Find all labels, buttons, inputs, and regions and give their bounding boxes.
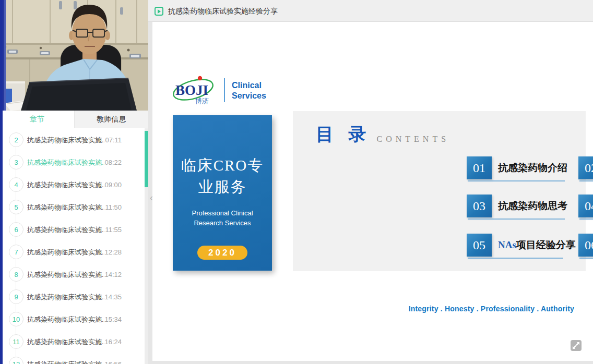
chapter-list-item[interactable]: 6 抗感染药物临床试验实施... 11:55 (0, 219, 145, 241)
chapter-title: 抗感染药物临床试验实施... (27, 241, 104, 263)
chapter-title: 抗感染药物临床试验实施... (27, 129, 104, 151)
cover-card-year-badge: 2020 (197, 246, 247, 260)
chapter-title: 抗感染药物临床试验实施... (27, 308, 104, 331)
cover-card-subtitle: Professional Clinical Research Services (173, 208, 272, 228)
toc-num: 05 (467, 234, 492, 257)
sidebar: 章节 教师信息 2 抗感染药物临床试验实施... 07:11 3 抗感染药物临床… (0, 0, 148, 364)
toc-underline (468, 180, 565, 181)
chapter-timestamp: 14:12 (104, 263, 122, 286)
chapter-timestamp: 14:35 (104, 286, 122, 308)
chapter-timestamp: 11:50 (105, 196, 122, 219)
toc-item-01: 01 抗感染药物介绍 (467, 156, 593, 181)
chapter-number-badge: 7 (9, 245, 23, 259)
chapter-title: 抗感染药物临床试验实施... (27, 196, 104, 219)
toc-num: 03 (467, 195, 492, 217)
boji-logo: BOJI 博济 Clinical Services (171, 74, 307, 106)
page-left-edge (0, 0, 3, 364)
chapter-number-badge: 6 (9, 222, 23, 237)
chapter-list: 2 抗感染药物临床试验实施... 07:11 3 抗感染药物临床试验实施... … (0, 129, 145, 364)
slide-viewer: BOJI 博济 Clinical Services 临床CRO专 业服务 Pro… (152, 22, 593, 361)
chapter-number-badge: 4 (9, 177, 23, 192)
logo-brand-text: BOJI (175, 82, 208, 98)
chapter-number-badge: 9 (9, 289, 23, 304)
chapter-timestamp: 07:11 (105, 129, 122, 151)
chapter-list-item[interactable]: 3 抗感染药物临床试验实施... 08:22 (0, 151, 145, 174)
teacher-video-frame (0, 0, 148, 111)
chapter-timestamp: 11:55 (105, 219, 122, 241)
toc-underline (579, 180, 593, 181)
chapter-number-badge: 2 (9, 132, 23, 147)
toc-text: NAs项目经验分享 (498, 238, 576, 252)
chapter-number-badge: 5 (9, 200, 23, 214)
topbar: 抗感染药物临床试验实施经验分享 (148, 0, 593, 22)
logo-red-dot (198, 76, 202, 80)
chapter-title: 抗感染药物临床试验实施... (27, 353, 104, 364)
toc-num: 02 (578, 156, 593, 179)
toc-underline (579, 219, 593, 220)
toc-underline (579, 258, 593, 259)
logo-service-line2: Services (232, 91, 266, 100)
chapter-title: 抗感染药物临床试验实施... (27, 331, 104, 353)
chapter-number-badge: 10 (9, 312, 23, 326)
chapter-title: 抗感染药物临床试验实施... (27, 263, 104, 286)
teacher-video[interactable] (0, 0, 148, 111)
chapter-timestamp: 08:22 (104, 151, 122, 174)
expand-icon (571, 340, 582, 351)
contents-title-en: CONTENTS (377, 135, 450, 144)
chapter-timestamp: 15:34 (104, 308, 122, 331)
toc-item-03: 03 抗感染药物思考 (467, 195, 593, 220)
play-icon (155, 7, 163, 16)
chapter-title: 抗感染药物临床试验实施... (27, 174, 104, 196)
toc-num: 06 (578, 234, 593, 257)
chapter-list-item[interactable]: 2 抗感染药物临床试验实施... 07:11 (0, 129, 145, 151)
toc-underline (468, 258, 563, 259)
chapter-title: 抗感染药物临床试验实施... (27, 219, 104, 241)
chapter-timestamp: 16:56 (104, 353, 122, 364)
toc-text: 抗感染药物介绍 (498, 161, 567, 175)
tab-teacher-info[interactable]: 教师信息 (74, 111, 149, 128)
toc-item-06: 06 Q&A（互动交流） (578, 234, 593, 259)
chapter-list-item[interactable]: 5 抗感染药物临床试验实施... 11:50 (0, 196, 145, 219)
chapter-number-badge: 12 (9, 357, 23, 364)
chapter-title: 抗感染药物临床试验实施... (27, 151, 104, 174)
app-window: 章节 教师信息 2 抗感染药物临床试验实施... 07:11 3 抗感染药物临床… (0, 0, 593, 364)
chapter-timestamp: 09:00 (104, 174, 122, 196)
lesson-title: 抗感染药物临床试验实施经验分享 (168, 0, 278, 22)
cover-card-title: 临床CRO专 业服务 (173, 155, 272, 198)
collapse-sidebar-chevron-icon[interactable]: ‹ (148, 192, 155, 203)
chapter-list-item[interactable]: 8 抗感染药物临床试验实施... 14:12 (0, 263, 145, 286)
chapter-list-item[interactable]: 9 抗感染药物临床试验实施... 14:35 (0, 286, 145, 308)
main-content: ‹ BOJI 博济 Clinical Services 临床CRO专 业服 (148, 22, 593, 364)
logo-service-line1: Clinical (232, 81, 262, 90)
chapter-list-item[interactable]: 11 抗感染药物临床试验实施... 16:24 (0, 331, 145, 353)
chapter-title: 抗感染药物临床试验实施... (27, 286, 104, 308)
contents-title-cn: 目 录 (316, 123, 372, 147)
chapter-list-item[interactable]: 4 抗感染药物临床试验实施... 09:00 (0, 174, 145, 196)
tab-chapters[interactable]: 章节 (0, 111, 74, 128)
chapter-timestamp: 16:24 (104, 331, 122, 353)
toc-item-02: 02 相关指导原则、指南与政策 (578, 156, 593, 181)
sidebar-scrollbar (145, 128, 148, 364)
toc-text: 抗感染药物思考 (498, 199, 567, 213)
logo-brand-cn: 博济 (195, 97, 209, 105)
contents-header: 目 录 CONTENTS (316, 123, 449, 147)
toc-num: 04 (578, 195, 593, 217)
chapter-list-item[interactable]: 12 抗感染药物临床试验实施... 16:56 (0, 353, 145, 364)
slide-motto: Integrity . Honesty . Professionality . … (409, 305, 574, 313)
chapter-number-badge: 3 (9, 155, 23, 169)
toc-underline (468, 219, 565, 220)
chapter-list-item[interactable]: 7 抗感染药物临床试验实施... 12:28 (0, 241, 145, 263)
fullscreen-button[interactable] (571, 340, 582, 351)
chapter-number-badge: 8 (9, 267, 23, 282)
toc-num: 01 (467, 156, 492, 179)
chapter-list-item[interactable]: 10 抗感染药物临床试验实施... 15:34 (0, 308, 145, 331)
sidebar-scrollbar-thumb[interactable] (145, 131, 148, 187)
toc-item-04: 04 以“CHB”研究为例 (578, 195, 593, 220)
toc-item-05: 05 NAs项目经验分享 (467, 234, 593, 259)
contents-panel: 目 录 CONTENTS 01 抗感染药物介绍 02 相关指导原则、指南与政策 (293, 111, 586, 271)
cover-card: 临床CRO专 业服务 Professional Clinical Researc… (173, 115, 272, 271)
chapter-number-badge: 11 (9, 334, 23, 349)
chapter-timestamp: 12:28 (104, 241, 122, 263)
sidebar-tabs: 章节 教师信息 (0, 111, 148, 128)
